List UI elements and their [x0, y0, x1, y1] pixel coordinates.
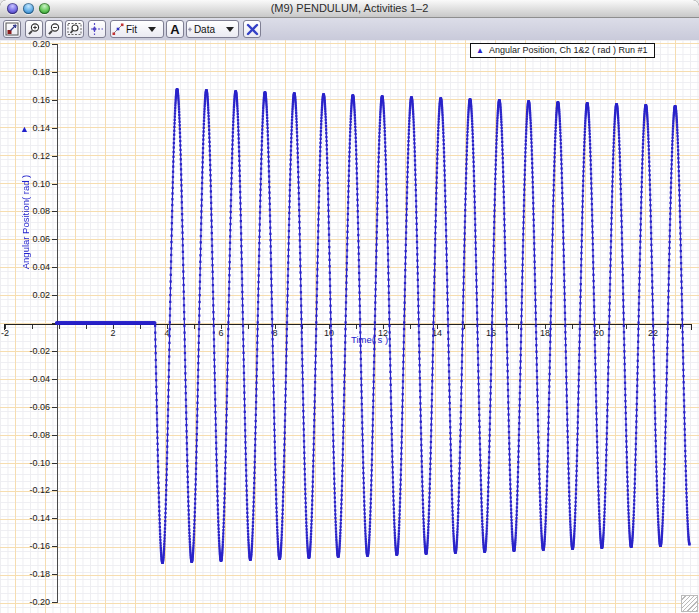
y-tick-label: -0.14: [0, 513, 50, 523]
fit-dropdown[interactable]: Fit: [110, 20, 164, 38]
x-axis-title: Time( s ): [351, 334, 388, 345]
x-tick: [59, 325, 60, 329]
y-tick: [52, 184, 57, 185]
trace-canvas: [0, 40, 699, 613]
y-tick: [52, 574, 57, 575]
x-tick: [140, 325, 141, 329]
x-tick-label: 2: [102, 328, 124, 338]
y-tick-label: -0.10: [0, 458, 50, 468]
y-tick-label: -0.20: [0, 597, 50, 607]
y-tick: [52, 602, 57, 603]
y-tick: [52, 156, 57, 157]
y-tick: [52, 379, 57, 380]
smart-tool-button[interactable]: [88, 20, 106, 38]
y-tick: [52, 435, 57, 436]
data-dropdown[interactable]: Data: [186, 20, 239, 38]
x-tick: [194, 325, 195, 329]
data-icon: [188, 23, 192, 36]
window-titlebar[interactable]: (M9) PENDULUM, Activities 1–2: [0, 0, 699, 18]
y-tick-label: 0.18: [0, 67, 50, 77]
y-tick-label: -0.02: [0, 346, 50, 356]
fit-dropdown-label: Fit: [126, 24, 137, 35]
y-tick-label: 0.20: [0, 40, 50, 49]
y-tick-label: -0.06: [0, 402, 50, 412]
x-tick: [572, 325, 573, 329]
y-tick: [52, 72, 57, 73]
data-dropdown-label: Data: [194, 24, 215, 35]
y-tick: [52, 351, 57, 352]
y-tick: [52, 295, 57, 296]
resize-grip[interactable]: [681, 595, 698, 612]
y-tick: [52, 211, 57, 212]
x-tick-label: 10: [318, 328, 340, 338]
x-tick-label: 4: [156, 328, 178, 338]
y-tick: [52, 490, 57, 491]
y-tick: [52, 518, 57, 519]
chevron-down-icon: [148, 27, 156, 32]
x-tick: [518, 325, 519, 329]
zoom-out-button[interactable]: [45, 20, 63, 38]
x-tick: [86, 325, 87, 329]
y-tick: [52, 239, 57, 240]
x-tick-label: 6: [210, 328, 232, 338]
x-tick: [626, 325, 627, 329]
y-tick-label: -0.04: [0, 374, 50, 384]
graph-area[interactable]: -2246810121416182022-0.20-0.18-0.16-0.14…: [0, 40, 699, 613]
scale-to-fit-button[interactable]: [3, 20, 21, 38]
zoom-in-icon: [27, 22, 41, 36]
toolbar: Fit A Data: [0, 18, 699, 41]
y-tick: [52, 128, 57, 129]
y-tick-label: -0.08: [0, 430, 50, 440]
y-tick: [52, 100, 57, 101]
x-tick: [680, 325, 681, 329]
x-tick: [248, 325, 249, 329]
text-tool-label: A: [170, 22, 179, 37]
zoom-select-button[interactable]: [65, 20, 84, 38]
text-tool-button[interactable]: A: [166, 20, 184, 38]
app-window: (M9) PENDULUM, Activities 1–2: [0, 0, 699, 613]
y-tick: [52, 323, 57, 324]
y-tick: [52, 44, 57, 45]
zoom-in-button[interactable]: [25, 20, 43, 38]
y-axis-title: Angular Position( rad ): [20, 175, 31, 270]
y-tick: [52, 463, 57, 464]
x-tick-label: 18: [534, 328, 556, 338]
zoom-out-icon: [47, 22, 61, 36]
chevron-down-icon: [226, 27, 234, 32]
x-tick: [464, 325, 465, 329]
legend-label: Angular Position, Ch 1&2 ( rad ) Run #1: [489, 44, 648, 57]
y-tick: [52, 546, 57, 547]
x-tick: [302, 325, 303, 329]
y-axis-line: [57, 44, 58, 603]
x-tick: [410, 325, 411, 329]
y-tick-label: 0.12: [0, 151, 50, 161]
y-tick: [52, 407, 57, 408]
y-tick-label: -0.18: [0, 569, 50, 579]
delete-button[interactable]: [243, 20, 261, 38]
x-axis-right-endcap: [691, 324, 692, 330]
legend[interactable]: ▲ Angular Position, Ch 1&2 ( rad ) Run #…: [470, 43, 655, 58]
x-tick-label: 16: [480, 328, 502, 338]
x-tick-label: 20: [588, 328, 610, 338]
zoom-select-icon: [67, 22, 82, 36]
x-tick: [356, 325, 357, 329]
delete-x-icon: [246, 23, 259, 36]
smart-tool-icon: [90, 22, 104, 36]
x-tick-label: 14: [426, 328, 448, 338]
x-tick-label: 22: [642, 328, 664, 338]
x-tick-label: 8: [264, 328, 286, 338]
legend-marker-icon: ▲: [476, 44, 484, 57]
y-tick: [52, 267, 57, 268]
x-tick-label: -2: [0, 328, 16, 338]
fit-icon: [112, 23, 124, 35]
y-tick-label: 0.16: [0, 95, 50, 105]
y-axis-marker-icon: ▲: [20, 124, 29, 134]
x-tick: [32, 325, 33, 329]
x-axis-line: [4, 324, 692, 325]
scale-to-fit-icon: [5, 22, 19, 36]
window-title: (M9) PENDULUM, Activities 1–2: [0, 2, 699, 14]
y-tick-label: -0.12: [0, 485, 50, 495]
y-tick-label: 0.02: [0, 290, 50, 300]
y-tick-label: -0.16: [0, 541, 50, 551]
